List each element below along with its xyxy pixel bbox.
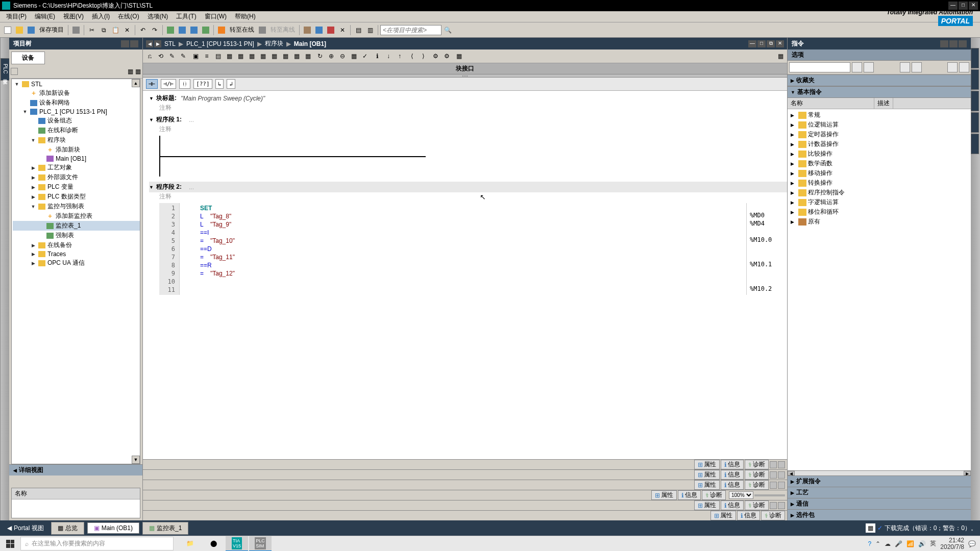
print-button[interactable]: [70, 24, 82, 36]
portal-view-button[interactable]: ◀ Portal 视图: [3, 523, 48, 534]
bt-win-3[interactable]: [770, 471, 777, 479]
instr-scroll-track[interactable]: [795, 471, 964, 475]
tree-node-7[interactable]: ＋添加新块: [13, 145, 140, 155]
chevron-right-icon[interactable]: ▶: [791, 200, 797, 205]
tree-node-5[interactable]: 在线和诊断: [13, 126, 140, 135]
et-btn-15[interactable]: ▦: [303, 51, 313, 61]
block-comment[interactable]: 注释: [149, 104, 787, 112]
tb-btn-d[interactable]: ✕: [337, 24, 348, 36]
tree-expand-icon[interactable]: ▶: [30, 165, 36, 170]
tab-diagnostics-3[interactable]: ⚕诊断: [745, 480, 769, 490]
chevron-right-icon[interactable]: ▶: [791, 190, 797, 195]
menu-options[interactable]: 选项(N): [143, 11, 173, 22]
tree-header-btn-2[interactable]: [130, 40, 138, 47]
et-btn-19[interactable]: ▦: [349, 51, 359, 61]
tree-expand-icon[interactable]: ▼: [14, 82, 20, 87]
tree-node-10[interactable]: ▶外部源文件: [13, 172, 140, 182]
instruction-category-6[interactable]: ▶移动操作: [789, 168, 970, 178]
tb-btn-a[interactable]: [302, 24, 313, 36]
collapsed-section-3[interactable]: ▶选件包: [788, 509, 971, 520]
tree-node-19[interactable]: ▶OPC UA 通信: [13, 258, 140, 268]
et-btn-13[interactable]: ▦: [280, 51, 290, 61]
chevron-right-icon[interactable]: ▶: [791, 502, 794, 507]
lt-contact-nc[interactable]: ⊣/⊢: [161, 79, 176, 89]
cut-button[interactable]: ✂: [86, 24, 97, 36]
tree-scroll-up[interactable]: ▲: [132, 79, 140, 87]
tree-tb-3[interactable]: ▦: [135, 68, 141, 77]
instr-search-btn-3[interactable]: [900, 62, 910, 72]
copy-button[interactable]: ⧉: [98, 24, 109, 36]
stl-code-line[interactable]: ==R: [180, 261, 746, 269]
project-search-input[interactable]: [380, 25, 442, 35]
task-explorer[interactable]: 📁: [179, 536, 201, 552]
bc-item-3[interactable]: Main [OB1]: [294, 40, 326, 47]
collapsed-section-1[interactable]: ▶工艺: [788, 487, 971, 498]
chevron-right-icon[interactable]: ▶: [791, 161, 797, 166]
stl-code-line[interactable]: SET: [180, 204, 746, 212]
tray-notifications-icon[interactable]: 💬: [968, 540, 976, 547]
et-btn-26[interactable]: ⚙: [430, 51, 440, 61]
notification-icon[interactable]: ▦: [866, 523, 875, 533]
chevron-right-icon[interactable]: ▶: [791, 113, 797, 118]
et-btn-3[interactable]: ✎: [167, 51, 177, 61]
tab-info-2[interactable]: ℹ信息: [721, 470, 744, 480]
editor-close-button[interactable]: ✕: [776, 40, 784, 47]
chevron-right-icon[interactable]: ▶: [791, 479, 794, 484]
go-offline-button[interactable]: [257, 24, 268, 36]
instr-search-btn-2[interactable]: [864, 62, 874, 72]
tab-properties-6[interactable]: ⊞属性: [710, 511, 736, 520]
lt-contact-no[interactable]: ⊣⊢: [146, 79, 158, 89]
tree-header-btn-1[interactable]: [121, 40, 129, 47]
tree-node-0[interactable]: ▼STL: [13, 80, 140, 88]
basic-collapse[interactable]: ▼: [791, 90, 795, 95]
instruction-category-11[interactable]: ▶原有: [789, 217, 970, 227]
instr-header-btn-3[interactable]: [959, 40, 967, 47]
rst-tab-2[interactable]: [971, 69, 979, 90]
chevron-right-icon[interactable]: ▶: [791, 219, 797, 224]
stl-code-line[interactable]: L"Tag_9": [180, 220, 746, 229]
undo-button[interactable]: ↶: [137, 24, 149, 36]
chevron-right-icon[interactable]: ▶: [791, 122, 797, 128]
net1-comment[interactable]: 注释: [149, 125, 787, 134]
chevron-right-icon[interactable]: ▶: [791, 152, 797, 157]
et-btn-27[interactable]: ⚙: [442, 51, 452, 61]
instruction-category-5[interactable]: ▶数学函数: [789, 159, 970, 168]
tree-node-8[interactable]: Main [OB1]: [13, 155, 140, 163]
net2-comment[interactable]: 注释: [149, 192, 787, 201]
tree-expand-icon[interactable]: ▶: [30, 194, 36, 199]
instruction-category-7[interactable]: ▶转换操作: [789, 178, 970, 188]
rst-tab-4[interactable]: [971, 112, 979, 133]
menu-insert[interactable]: 插入(I): [88, 11, 114, 22]
et-btn-7[interactable]: ▤: [213, 51, 223, 61]
redo-button[interactable]: ↷: [149, 24, 160, 36]
chevron-right-icon[interactable]: ▶: [791, 490, 794, 495]
lt-box[interactable]: [??]: [193, 79, 212, 89]
network-1-body[interactable]: [159, 136, 787, 177]
tree-tb-1[interactable]: [11, 68, 18, 77]
tb-btn-c[interactable]: [325, 24, 336, 36]
tab-diagnostics-2[interactable]: ⚕诊断: [745, 470, 769, 480]
device-tab[interactable]: 设备: [11, 52, 45, 64]
tree-node-17[interactable]: ▶在线备份: [13, 240, 140, 250]
et-btn-1[interactable]: ⎌: [144, 51, 155, 61]
tree-expand-icon[interactable]: ▼: [30, 138, 36, 143]
open-project-button[interactable]: [14, 24, 25, 36]
tree-scroll-down[interactable]: ▼: [132, 456, 140, 464]
tab-properties-2[interactable]: ⊞属性: [694, 470, 720, 480]
lt-branch-open[interactable]: ↳: [215, 79, 224, 89]
rst-tab-1[interactable]: [971, 48, 979, 68]
sb-tab-overview[interactable]: ▦ 总览: [51, 522, 84, 535]
tree-node-13[interactable]: ▼监控与强制表: [13, 202, 140, 211]
instruction-category-8[interactable]: ▶程序控制指令: [789, 188, 970, 197]
tab-info-5[interactable]: ℹ信息: [721, 500, 744, 510]
rst-tab-5[interactable]: [971, 134, 979, 154]
bc-item-2[interactable]: 程序块: [265, 39, 283, 48]
network-2-body[interactable]: 1234567891011 SETL"Tag_8"L"Tag_9"==I="Ta…: [159, 203, 787, 295]
tab-diagnostics-6[interactable]: ⚕诊断: [761, 511, 785, 520]
tab-properties-5[interactable]: ⊞属性: [694, 500, 720, 510]
chevron-right-icon[interactable]: ▶: [791, 142, 797, 147]
tree-node-14[interactable]: ＋添加新监控表: [13, 211, 140, 221]
bt-win-8[interactable]: [778, 502, 785, 509]
stl-code-line[interactable]: ==D: [180, 245, 746, 253]
tree-node-15[interactable]: 监控表_1: [13, 221, 140, 231]
